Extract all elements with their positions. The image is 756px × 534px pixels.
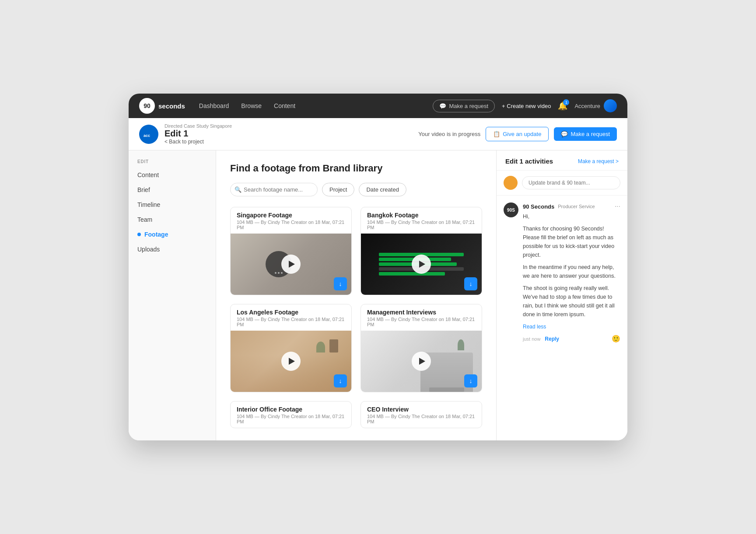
user-menu-button[interactable]: Accenture [574,99,617,112]
chat-icon: 💬 [439,103,446,109]
video-thumbnail[interactable]: ↓ [361,234,482,295]
nav-links: Dashboard Browse Content [199,102,433,109]
sidebar-item-uploads[interactable]: Uploads [129,242,216,257]
page-title: Find a footage from Brand library [230,163,482,174]
message-options-button[interactable]: ··· [615,202,620,210]
active-indicator-dot [137,233,141,236]
give-update-button[interactable]: 📋 Give an update [486,127,549,141]
edit-header-right: Your video is in progress 📋 Give an upda… [418,127,617,141]
nav-right: 💬 Make a request + Create new video 🔔 1 … [433,99,617,112]
sidebar-timeline-label: Timeline [137,201,160,208]
update-icon: 📋 [493,131,500,137]
play-button[interactable] [281,352,301,371]
video-meta: 104 MB — By Cindy The Creator on 18 Mar,… [237,414,345,424]
video-meta: 104 MB — By Cindy The Creator on 18 Mar,… [367,317,476,327]
notification-badge: 1 [563,99,569,105]
video-title: Los Angeles Footage [237,309,345,316]
nav-logo: 90 seconds [139,98,185,114]
nav-make-request-button[interactable]: 💬 Make a request [433,100,495,112]
download-icon: ↓ [469,377,472,384]
edit-header-left: acc Directed Case Study Singapore Edit 1… [139,123,232,145]
play-icon [419,358,425,365]
nav-dashboard[interactable]: Dashboard [199,102,229,109]
make-request-button[interactable]: 💬 Make a request [554,127,617,141]
video-thumbnail[interactable]: ↓ [231,331,351,392]
video-card-info: Interior Office Footage 104 MB — By Cind… [231,401,351,428]
play-button[interactable] [281,255,301,274]
sidebar-item-brief[interactable]: Brief [129,182,216,197]
nav-content[interactable]: Content [274,102,295,109]
download-button[interactable]: ↓ [464,277,477,290]
video-card: Bangkok Footage 104 MB — By Cindy The Cr… [360,207,482,295]
sidebar-item-timeline[interactable]: Timeline [129,197,216,212]
message-text: Hi, Thanks for choosing 90 Seconds! Plea… [523,212,620,331]
message-footer: just now Reply 🙂 [523,335,620,343]
nav-browse[interactable]: Browse [241,102,262,109]
sidebar-item-footage[interactable]: Footage [129,227,216,242]
sidebar-item-team[interactable]: Team [129,212,216,227]
play-icon [289,261,295,268]
activity-user-avatar [504,176,518,190]
sidebar-brief-label: Brief [137,186,150,193]
play-button[interactable] [412,352,431,371]
breadcrumb: Directed Case Study Singapore [164,123,232,129]
sidebar-footage-label: Footage [144,231,168,238]
device-frame: 90 seconds Dashboard Browse Content 💬 Ma… [129,94,627,440]
message-author: 90 Seconds [523,203,554,210]
emoji-reaction-button[interactable]: 🙂 [612,335,620,343]
video-thumbnail[interactable]: ↓ [361,331,482,392]
video-card: Singapore Footage 104 MB — By Cindy The … [230,207,352,295]
sidebar-content-label: Content [137,171,159,178]
make-request-activity-link[interactable]: Make a request > [578,158,619,164]
edit-meta: Directed Case Study Singapore Edit 1 < B… [164,123,232,145]
video-title: Bangkok Footage [367,212,476,219]
play-icon [289,358,295,365]
play-button[interactable] [412,255,431,274]
video-meta: 104 MB — By Cindy The Creator on 18 Mar,… [237,317,345,327]
message-role: Producer Service [558,204,595,209]
activity-title: Edit 1 activities [505,157,553,165]
message-para2: In the meantime if you need any help, we… [523,263,620,280]
video-card-info: Los Angeles Footage 104 MB — By Cindy Th… [231,304,351,331]
nav-create-video-button[interactable]: + Create new video [502,103,551,109]
video-card-info: Management Interviews 104 MB — By Cindy … [361,304,482,331]
download-button[interactable]: ↓ [464,374,477,387]
filter-date-label: Date created [366,186,399,193]
notification-button[interactable]: 🔔 1 [558,101,567,111]
nav-create-video-label: + Create new video [502,103,551,109]
back-to-project-link[interactable]: < Back to project [164,139,232,145]
message-para3: The shoot is going really really well. W… [523,284,620,319]
message-header: 90 Seconds Producer Service ··· [523,202,620,210]
reply-button[interactable]: Reply [545,336,559,342]
user-name-label: Accenture [574,103,600,109]
video-thumbnail[interactable]: ↓ [231,234,351,295]
logo-text: seconds [158,102,185,110]
filter-bar: 🔍 Project Date created [230,183,482,196]
video-card: Management Interviews 104 MB — By Cindy … [360,304,482,392]
video-title: Interior Office Footage [237,406,345,413]
download-button[interactable]: ↓ [334,277,347,290]
sidebar-section-label: EDIT [129,159,216,168]
video-title: Singapore Footage [237,212,345,219]
sidebar: EDIT Content Brief Timeline Team Footage… [129,150,216,440]
video-card: CEO Interview 104 MB — By Cindy The Crea… [360,401,482,428]
video-meta: 104 MB — By Cindy The Creator on 18 Mar,… [367,414,476,424]
video-card-info: Bangkok Footage 104 MB — By Cindy The Cr… [361,207,482,234]
activity-input[interactable] [522,176,620,189]
content-area: Find a footage from Brand library 🔍 Proj… [216,150,496,440]
video-title: CEO Interview [367,406,476,413]
video-title: Management Interviews [367,309,476,316]
play-icon [419,261,425,268]
filter-project-button[interactable]: Project [322,183,354,196]
brand-avatar: acc [139,125,158,144]
give-update-label: Give an update [503,131,541,137]
filter-date-button[interactable]: Date created [359,183,406,196]
read-less-button[interactable]: Read less [523,324,546,330]
video-meta: 104 MB — By Cindy The Creator on 18 Mar,… [237,220,345,230]
video-card-info: Singapore Footage 104 MB — By Cindy The … [231,207,351,234]
search-input[interactable] [230,183,318,196]
sidebar-item-content[interactable]: Content [129,168,216,182]
video-grid: Singapore Footage 104 MB — By Cindy The … [230,207,482,428]
download-button[interactable]: ↓ [334,374,347,387]
request-icon: 💬 [561,131,568,137]
